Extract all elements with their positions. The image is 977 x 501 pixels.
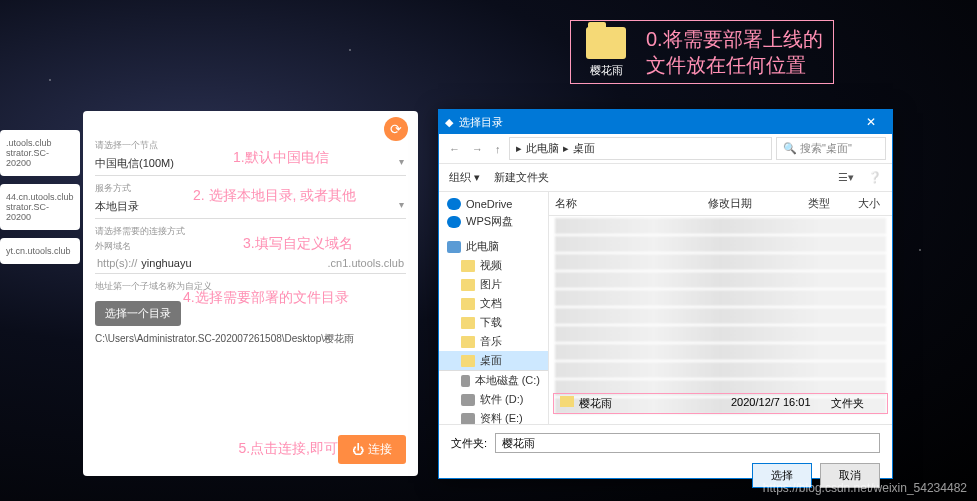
col-name[interactable]: 名称 — [549, 196, 702, 211]
fold-icon — [461, 260, 475, 272]
tree-item-音乐[interactable]: 音乐 — [439, 332, 548, 351]
folder-label: 文件夹: — [451, 436, 487, 451]
note-5-connect: 5.点击连接,即可 — [238, 440, 338, 458]
tree-item-下载[interactable]: 下载 — [439, 313, 548, 332]
domain-input-row: http(s):// .cn1.utools.club — [95, 253, 406, 274]
fold-icon — [461, 336, 475, 348]
sidebar-card[interactable]: .utools.clubstrator.SC-20200 — [0, 130, 80, 176]
tree-item-桌面[interactable]: 桌面 — [439, 351, 548, 371]
fold-icon — [461, 355, 475, 367]
tree-item-OneDrive[interactable]: OneDrive — [439, 196, 548, 212]
col-size[interactable]: 大小 — [852, 196, 892, 211]
sidebar-card[interactable]: yt.cn.utools.club — [0, 238, 80, 264]
list-item[interactable] — [555, 236, 886, 252]
list-item[interactable] — [555, 218, 886, 234]
desktop-folder-icon[interactable]: 樱花雨 — [581, 27, 631, 78]
sidebar: .utools.clubstrator.SC-20200 44.cn.utool… — [0, 130, 80, 272]
close-icon[interactable]: ✕ — [856, 115, 886, 129]
note-2: 2. 选择本地目录, 或者其他 — [193, 187, 356, 205]
breadcrumb[interactable]: ▸此电脑▸桌面 — [509, 137, 773, 160]
selected-file-row[interactable]: 樱花雨 2020/12/7 16:01 文件夹 — [553, 393, 888, 414]
tree-item-本地磁盘 (C:)[interactable]: 本地磁盘 (C:) — [439, 371, 548, 390]
forward-icon[interactable]: → — [468, 143, 487, 155]
col-type[interactable]: 类型 — [802, 196, 852, 211]
domain-suffix: .cn1.utools.club — [326, 253, 406, 273]
disk-icon — [461, 375, 470, 387]
list-item[interactable] — [555, 272, 886, 288]
file-dialog: ◆ 选择目录 ✕ ← → ↑ ▸此电脑▸桌面 🔍 搜索"桌面" 组织 ▾ 新建文… — [438, 109, 893, 479]
tree-item-视频[interactable]: 视频 — [439, 256, 548, 275]
search-input[interactable]: 🔍 搜索"桌面" — [776, 137, 886, 160]
tree-item-软件 (D:)[interactable]: 软件 (D:) — [439, 390, 548, 409]
list-header: 名称 修改日期 类型 大小 — [549, 192, 892, 216]
domain-prefix: http(s):// — [95, 253, 139, 273]
tree-item-文档[interactable]: 文档 — [439, 294, 548, 313]
config-panel: ⟳ 请选择一个节点 中国电信(100M) 1.默认中国电信 服务方式 本地目录 … — [83, 111, 418, 476]
tree-item-资料 (E:)[interactable]: 资料 (E:) — [439, 409, 548, 424]
dialog-title: 选择目录 — [459, 115, 503, 130]
view-icon[interactable]: ☰▾ — [838, 171, 854, 184]
domain-custom-input[interactable] — [139, 253, 325, 273]
refresh-icon[interactable]: ⟳ — [384, 117, 408, 141]
list-item[interactable] — [555, 326, 886, 342]
list-item[interactable] — [555, 290, 886, 306]
list-item[interactable] — [555, 308, 886, 324]
dialog-toolbar: 组织 ▾ 新建文件夹 ☰▾ ❔ — [439, 164, 892, 192]
list-item[interactable] — [555, 344, 886, 360]
organize-menu[interactable]: 组织 ▾ — [449, 170, 480, 185]
list-item[interactable] — [555, 362, 886, 378]
note-4: 4.选择需要部署的文件目录 — [183, 289, 349, 307]
power-icon: ⏻ — [352, 443, 364, 457]
cloud-icon — [447, 198, 461, 210]
disk-icon — [461, 394, 475, 406]
tree-item-此电脑[interactable]: 此电脑 — [439, 237, 548, 256]
cloud-icon — [447, 216, 461, 228]
note-3: 3.填写自定义域名 — [243, 235, 353, 253]
selected-path: C:\Users\Administrator.SC-202007261508\D… — [95, 332, 406, 346]
tree-item-图片[interactable]: 图片 — [439, 275, 548, 294]
connect-button[interactable]: ⏻连接 — [338, 435, 406, 464]
step0-text: 0.将需要部署上线的 文件放在任何位置 — [646, 26, 823, 78]
fold-icon — [461, 279, 475, 291]
folder-name-input[interactable] — [495, 433, 880, 453]
tree-item-WPS网盘[interactable]: WPS网盘 — [439, 212, 548, 231]
new-folder-button[interactable]: 新建文件夹 — [494, 170, 549, 185]
pc-icon — [447, 241, 461, 253]
dialog-navbar: ← → ↑ ▸此电脑▸桌面 🔍 搜索"桌面" — [439, 134, 892, 164]
watermark: https://blog.csdn.net/weixin_54234482 — [763, 481, 967, 495]
sidebar-card[interactable]: 44.cn.utools.clubstrator.SC-20200 — [0, 184, 80, 230]
col-date[interactable]: 修改日期 — [702, 196, 802, 211]
folder-icon — [560, 396, 574, 407]
folder-tree: OneDriveWPS网盘此电脑视频图片文档下载音乐桌面本地磁盘 (C:)软件 … — [439, 192, 549, 424]
note-1: 1.默认中国电信 — [233, 149, 329, 167]
up-icon[interactable]: ↑ — [491, 143, 505, 155]
help-icon[interactable]: ❔ — [868, 171, 882, 184]
dialog-titlebar[interactable]: ◆ 选择目录 ✕ — [439, 110, 892, 134]
list-item[interactable] — [555, 254, 886, 270]
fold-icon — [461, 317, 475, 329]
app-icon: ◆ — [445, 116, 453, 129]
disk-icon — [461, 413, 475, 425]
pick-folder-button[interactable]: 选择一个目录 — [95, 301, 181, 326]
back-icon[interactable]: ← — [445, 143, 464, 155]
step0-annotation: 樱花雨 0.将需要部署上线的 文件放在任何位置 — [570, 20, 834, 84]
fold-icon — [461, 298, 475, 310]
file-list: 名称 修改日期 类型 大小 樱花雨 2020/12/7 16:01 文件夹 — [549, 192, 892, 424]
